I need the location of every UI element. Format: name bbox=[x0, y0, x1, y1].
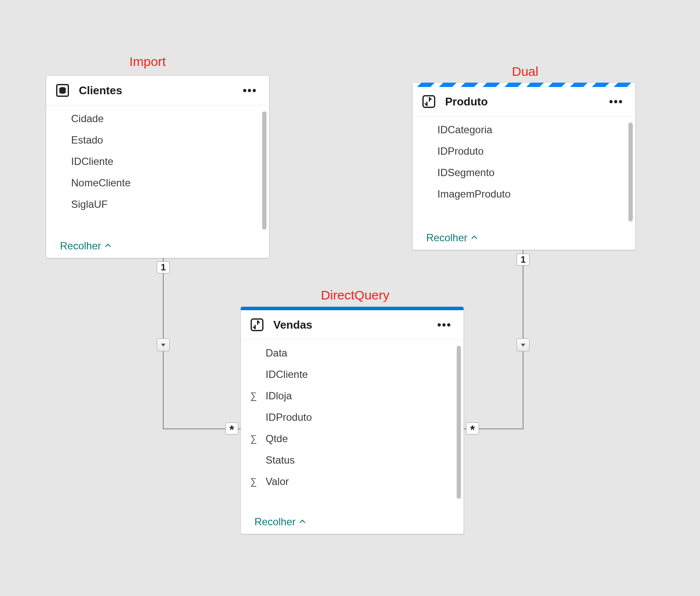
field-label: IDProduto bbox=[262, 411, 312, 423]
storage-mode-label-directquery: DirectQuery bbox=[321, 288, 389, 302]
field-label: Estado bbox=[68, 134, 103, 146]
field-label: IDloja bbox=[262, 390, 292, 402]
field-label: NomeCliente bbox=[68, 177, 131, 189]
table-card-produto[interactable]: Produto ••• IDCategoria IDProduto IDSegm… bbox=[413, 83, 635, 250]
table-card-vendas[interactable]: Vendas ••• Data IDCliente ∑IDloja IDProd… bbox=[241, 307, 464, 534]
field-list: Cidade Estado IDCliente NomeCliente Sigl… bbox=[46, 105, 269, 236]
field-label: Data bbox=[262, 347, 287, 359]
field-label: Qtde bbox=[262, 433, 288, 445]
scrollbar[interactable] bbox=[628, 123, 633, 222]
field-label: IDProduto bbox=[434, 145, 484, 157]
field-row[interactable]: IDProduto bbox=[241, 407, 464, 428]
table-title: Vendas bbox=[273, 318, 435, 332]
field-row[interactable]: ∑IDloja bbox=[241, 385, 464, 407]
collapse-label: Recolher bbox=[60, 240, 101, 252]
field-label: IDCliente bbox=[68, 156, 114, 168]
field-list: IDCategoria IDProduto IDSegmento ImagemP… bbox=[413, 117, 635, 228]
table-header-vendas[interactable]: Vendas ••• bbox=[241, 310, 464, 340]
model-canvas: { "labels": { "import": "Import", "dual"… bbox=[0, 0, 700, 596]
field-row[interactable]: Estado bbox=[46, 129, 269, 151]
sigma-icon: ∑ bbox=[245, 476, 262, 487]
directquery-icon bbox=[421, 94, 437, 109]
collapse-label: Recolher bbox=[254, 516, 296, 528]
cardinality-many-badge: * bbox=[225, 422, 238, 434]
field-row[interactable]: ∑Valor bbox=[241, 471, 464, 492]
sigma-icon: ∑ bbox=[245, 390, 262, 401]
table-header-produto[interactable]: Produto ••• bbox=[413, 87, 635, 117]
scrollbar[interactable] bbox=[457, 346, 461, 499]
field-label: IDSegmento bbox=[434, 167, 494, 179]
field-row[interactable]: IDCliente bbox=[46, 151, 269, 172]
chevron-up-icon bbox=[299, 518, 306, 525]
filter-direction-icon bbox=[157, 338, 170, 351]
collapse-label: Recolher bbox=[426, 232, 467, 244]
sigma-icon: ∑ bbox=[245, 433, 262, 444]
field-row[interactable]: ImagemProduto bbox=[413, 183, 635, 205]
svg-rect-3 bbox=[251, 319, 263, 331]
cardinality-one-badge: 1 bbox=[517, 254, 529, 266]
collapse-toggle[interactable]: Recolher bbox=[413, 228, 635, 250]
field-row[interactable]: Cidade bbox=[46, 108, 269, 129]
field-row[interactable]: NomeCliente bbox=[46, 172, 269, 194]
storage-mode-label-dual: Dual bbox=[512, 64, 538, 79]
table-card-clientes[interactable]: Clientes ••• Cidade Estado IDCliente Nom… bbox=[46, 76, 269, 258]
more-icon[interactable]: ••• bbox=[435, 318, 454, 332]
database-icon bbox=[55, 83, 70, 98]
field-label: IDCategoria bbox=[434, 124, 492, 136]
field-label: SiglaUF bbox=[68, 198, 108, 210]
cardinality-many-badge: * bbox=[466, 422, 479, 434]
field-row[interactable]: Status bbox=[241, 449, 464, 471]
storage-mode-label-import: Import bbox=[129, 54, 166, 69]
chevron-up-icon bbox=[105, 242, 111, 249]
field-row[interactable]: IDCliente bbox=[241, 364, 464, 385]
scrollbar[interactable] bbox=[262, 111, 266, 230]
collapse-toggle[interactable]: Recolher bbox=[241, 512, 464, 534]
field-row[interactable]: ∑Qtde bbox=[241, 428, 464, 449]
filter-direction-icon bbox=[517, 338, 529, 351]
field-list: Data IDCliente ∑IDloja IDProduto ∑Qtde S… bbox=[241, 340, 464, 512]
field-label: ImagemProduto bbox=[434, 188, 511, 200]
svg-rect-2 bbox=[423, 96, 435, 108]
field-row[interactable]: IDCategoria bbox=[413, 119, 635, 141]
collapse-toggle[interactable]: Recolher bbox=[46, 236, 269, 258]
chevron-up-icon bbox=[471, 234, 478, 241]
cardinality-one-badge: 1 bbox=[157, 261, 170, 273]
table-title: Produto bbox=[445, 95, 607, 108]
field-label: IDCliente bbox=[262, 368, 308, 380]
table-header-clientes[interactable]: Clientes ••• bbox=[46, 76, 269, 105]
more-icon[interactable]: ••• bbox=[607, 95, 626, 108]
field-row[interactable]: Data bbox=[241, 342, 464, 364]
field-label: Status bbox=[262, 454, 295, 466]
field-row[interactable]: IDSegmento bbox=[413, 162, 635, 183]
directquery-icon bbox=[249, 317, 265, 332]
field-label: Valor bbox=[262, 476, 289, 488]
table-title: Clientes bbox=[79, 84, 240, 97]
field-row[interactable]: SiglaUF bbox=[46, 194, 269, 215]
more-icon[interactable]: ••• bbox=[240, 84, 260, 97]
field-row[interactable]: IDProduto bbox=[413, 141, 635, 162]
field-label: Cidade bbox=[68, 113, 104, 125]
